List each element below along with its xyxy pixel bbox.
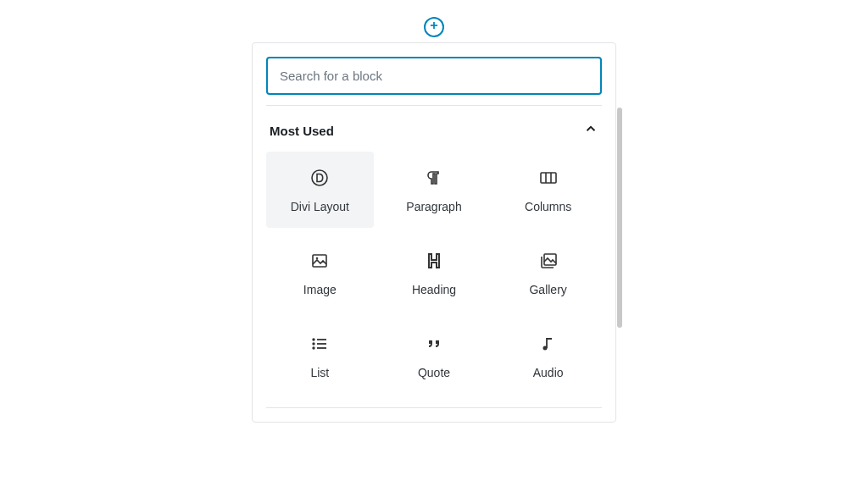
chevron-up-icon	[583, 121, 598, 140]
block-label: Heading	[412, 283, 456, 296]
paragraph-icon	[422, 166, 446, 190]
block-label: Gallery	[529, 283, 566, 296]
svg-point-11	[314, 343, 315, 345]
section-header[interactable]: Most Used	[266, 116, 602, 152]
most-used-section: Most Used Divi Layout	[266, 105, 602, 408]
quote-icon	[422, 332, 446, 356]
block-label: Quote	[418, 366, 450, 379]
block-list[interactable]: List	[266, 318, 374, 394]
svg-point-9	[314, 339, 315, 340]
add-block-button[interactable]	[424, 17, 444, 37]
image-icon	[308, 249, 331, 273]
svg-point-15	[542, 346, 547, 351]
svg-point-13	[314, 347, 315, 349]
heading-icon	[422, 249, 446, 273]
block-image[interactable]: Image	[266, 235, 374, 311]
svg-point-7	[317, 258, 318, 259]
plus-icon	[428, 19, 440, 35]
scrollbar[interactable]	[617, 108, 622, 328]
search-input[interactable]	[266, 57, 602, 95]
list-icon	[308, 332, 331, 356]
divi-icon	[308, 166, 331, 190]
block-label: Paragraph	[406, 200, 461, 213]
block-paragraph[interactable]: Paragraph	[381, 152, 488, 228]
block-columns[interactable]: Columns	[494, 152, 602, 228]
divider	[266, 407, 602, 408]
block-audio[interactable]: Audio	[494, 318, 602, 394]
block-heading[interactable]: Heading	[381, 235, 488, 311]
columns-icon	[537, 166, 560, 190]
block-label: Audio	[533, 366, 564, 379]
block-inserter-panel: Most Used Divi Layout	[252, 42, 616, 423]
block-label: Divi Layout	[291, 200, 349, 213]
svg-rect-3	[541, 173, 556, 183]
audio-icon	[537, 332, 560, 356]
block-label: List	[310, 366, 329, 379]
block-label: Image	[303, 283, 337, 296]
section-title: Most Used	[270, 124, 334, 138]
block-quote[interactable]: Quote	[381, 318, 488, 394]
block-gallery[interactable]: Gallery	[494, 235, 602, 311]
gallery-icon	[537, 249, 560, 273]
svg-point-2	[312, 170, 327, 185]
block-label: Columns	[525, 200, 571, 213]
block-divi-layout[interactable]: Divi Layout	[266, 152, 374, 228]
svg-rect-6	[313, 255, 326, 267]
block-grid: Divi Layout Paragraph	[266, 152, 602, 394]
